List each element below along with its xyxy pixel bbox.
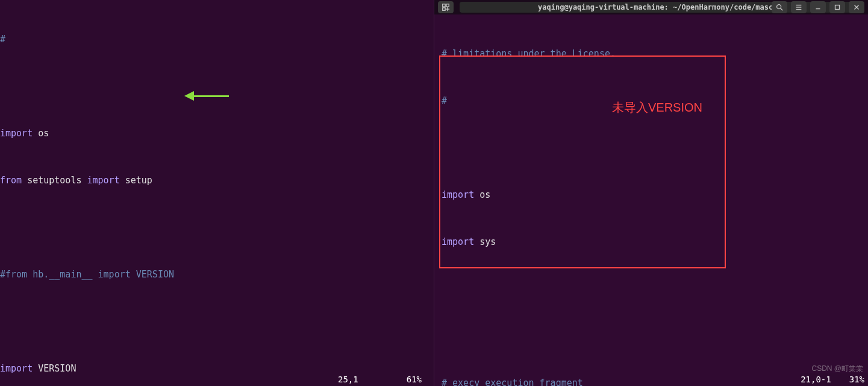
minimize-icon [814,3,822,11]
maximize-icon [833,3,841,11]
code-text: sys [474,236,496,247]
left-code-area[interactable]: # import os from setuptools import setup… [0,0,434,386]
right-editor-pane[interactable]: yaqing@yaqing-virtual-machine: ~/OpenHar… [434,0,868,386]
code-text: os [33,128,49,139]
code-text: import [0,128,33,139]
code-text: #from hb.__main__ import VERSION [0,269,174,280]
code-text: # limitations under the License. [442,48,616,59]
right-statusbar: 21,0-1 31% [801,373,868,386]
maximize-button[interactable] [829,1,845,13]
watermark-text: CSDN @町棠棠 [811,364,863,374]
svg-rect-1 [446,4,449,7]
hamburger-icon [795,3,803,11]
search-button[interactable] [772,1,787,13]
right-code-area[interactable]: # limitations under the License. # impor… [434,14,868,386]
code-text: setup [120,175,152,186]
minimize-button[interactable] [810,1,826,13]
code-text: setuptools [22,175,87,186]
svg-rect-0 [443,4,445,7]
svg-line-4 [781,8,783,11]
code-text: import [442,236,474,247]
code-text: from [0,175,22,186]
new-tab-icon [442,3,450,11]
svg-rect-9 [835,5,840,10]
svg-point-3 [777,5,781,9]
close-icon [852,3,861,11]
terminal-titlebar: yaqing@yaqing-virtual-machine: ~/OpenHar… [434,0,868,14]
menu-button[interactable] [791,1,807,13]
code-text: # [442,95,447,106]
code-text: os [474,189,490,200]
search-icon [775,3,784,11]
cursor-position: 21,0-1 [801,375,831,384]
close-button[interactable] [849,1,864,13]
svg-rect-2 [443,8,445,10]
code-text: # execv execution fragment [442,378,583,386]
left-editor-pane[interactable]: # import os from setuptools import setup… [0,0,434,386]
cursor-position: 25,1 [338,375,358,384]
left-statusbar: 25,1 61% [0,373,434,386]
code-text: # [0,34,5,45]
new-tab-button[interactable] [438,1,454,13]
scroll-percentage: 31% [849,375,864,384]
annotation-arrow [181,90,229,103]
code-text: import [87,175,120,186]
code-text: import [442,189,474,200]
scroll-percentage: 61% [407,375,422,384]
